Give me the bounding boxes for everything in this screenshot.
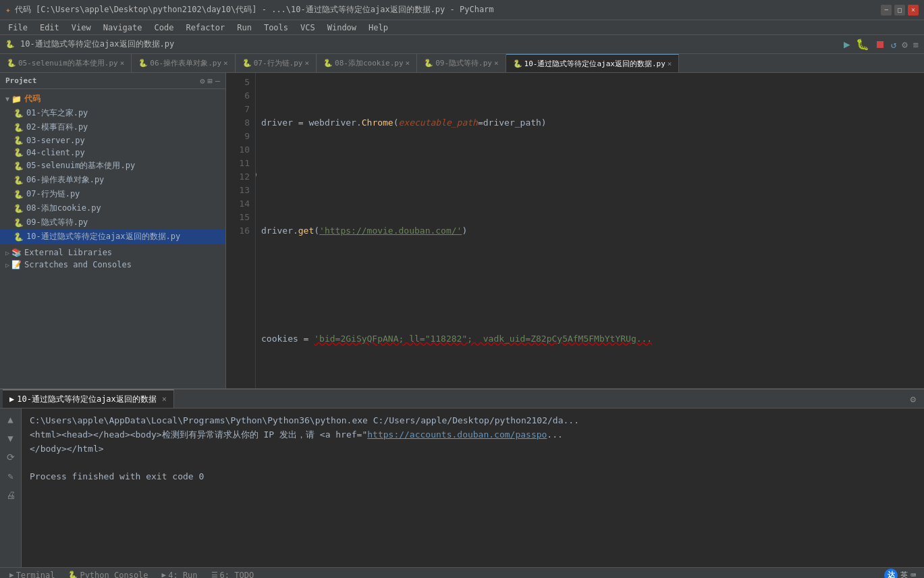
code-area[interactable]: 5 6 7 8 9 10 11 12 13 14 15 16 driver = … xyxy=(226,73,924,388)
menu-item-navigate[interactable]: Navigate xyxy=(98,22,148,34)
todo-icon: ☰ xyxy=(211,571,218,578)
run-tab-close[interactable]: × xyxy=(162,394,167,404)
file-tab-1[interactable]: 🐍06-操作表单对象.py× xyxy=(132,54,235,72)
close-button[interactable]: × xyxy=(908,5,919,16)
tab-close-icon[interactable]: × xyxy=(120,59,125,68)
run-tab[interactable]: ▶ 10-通过隐式等待定位ajax返回的数据 × xyxy=(3,390,174,408)
code-content[interactable]: driver = webdriver. Chrome ( executable_… xyxy=(256,73,924,388)
tab-close-icon[interactable]: × xyxy=(668,59,672,68)
sidebar-item-09[interactable]: 🐍 09-隐式等待.py xyxy=(0,215,225,230)
file-tab-4[interactable]: 🐍09-隐式等待.py× xyxy=(417,54,506,72)
menu-item-help[interactable]: Help xyxy=(363,22,393,34)
sidebar-item-label-08: 08-添加cookie.py xyxy=(26,203,101,214)
file-tab-5[interactable]: 🐍10-通过隐式等待定位ajax返回的数据.py× xyxy=(506,54,680,72)
run-side-btn-4[interactable]: ✎ xyxy=(3,468,19,484)
sidebar-content[interactable]: ▼ 📁 代码 🐍 01-汽车之家.py 🐍 02-模事百科.py 🐍 03-se… xyxy=(0,89,225,388)
sidebar-expand-icon[interactable]: ⊞ xyxy=(208,76,213,86)
sidebar-item-03[interactable]: 🐍 03-server.py xyxy=(0,134,225,147)
debug-button[interactable]: 🐛 xyxy=(856,38,869,51)
line-num-9: 9 xyxy=(229,130,250,143)
line-num-7: 7 xyxy=(229,103,250,116)
py-icon: 🐍 xyxy=(424,59,433,68)
toolbar-extra-btn[interactable]: ≡ xyxy=(913,39,919,50)
sidebar-collapse-icon[interactable]: — xyxy=(215,76,220,86)
sidebar-root-item[interactable]: ▼ 📁 代码 xyxy=(0,92,225,106)
file-tab-0[interactable]: 🐍05-selenuim的基本使用.py× xyxy=(0,54,132,72)
menu-item-edit[interactable]: Edit xyxy=(34,22,65,34)
terminal-tab[interactable]: ▶ Terminal xyxy=(3,568,61,578)
run-footer-tab[interactable]: ▶ 4: Run xyxy=(155,568,205,578)
window-controls[interactable]: − □ × xyxy=(881,5,919,16)
sidebar-item-04[interactable]: 🐍 04-client.py xyxy=(0,147,225,159)
sidebar-item-06[interactable]: 🐍 06-操作表单对象.py xyxy=(0,173,225,187)
sidebar-item-label-02: 02-模事百科.py xyxy=(26,122,88,133)
scroll-up-button[interactable]: ▲ xyxy=(3,411,19,427)
py-file-icon: 🐍 xyxy=(13,161,24,171)
file-tab-3[interactable]: 🐍08-添加cookie.py× xyxy=(317,54,417,72)
run-tab-label: 10-通过隐式等待定位ajax返回的数据 xyxy=(17,394,157,405)
output-line-1: C:\Users\apple\AppData\Local\Programs\Py… xyxy=(30,414,916,428)
sidebar-item-05[interactable]: 🐍 05-selenuim的基本使用.py xyxy=(0,159,225,173)
stop-button[interactable]: ⏹ xyxy=(875,38,886,51)
sidebar-scratches[interactable]: ▷ 📝 Scratches and Consoles xyxy=(0,259,225,271)
sidebar-item-01[interactable]: 🐍 01-汽车之家.py xyxy=(0,106,225,120)
tab-close-icon[interactable]: × xyxy=(494,59,499,68)
py-file-icon: 🐍 xyxy=(13,218,24,228)
expand-icon: ▼ xyxy=(5,95,9,103)
file-tab-label: 07-行为链.py xyxy=(254,58,303,68)
douban-link[interactable]: https://accounts.douban.com/passpo xyxy=(367,429,547,440)
file-tab-label: 09-隐式等待.py xyxy=(435,58,492,68)
settings-gear-icon[interactable]: ⚙ xyxy=(911,394,916,404)
minimize-button[interactable]: − xyxy=(881,5,892,16)
menu-item-file[interactable]: File xyxy=(3,22,33,34)
tab-close-icon[interactable]: × xyxy=(304,59,309,68)
sidebar-external-libraries[interactable]: ▷ 📚 External Libraries xyxy=(0,246,225,259)
file-tab-2[interactable]: 🐍07-行为链.py× xyxy=(236,54,317,72)
tab-close-icon[interactable]: × xyxy=(223,59,228,68)
keyboard-icon: ⌨ xyxy=(911,570,916,578)
sidebar-item-label-10: 10-通过隐式等待定位ajax返回的数据.py xyxy=(26,231,180,242)
file-tab-label: 10-通过隐式等待定位ajax返回的数据.py xyxy=(524,59,665,69)
line-num-6: 6 xyxy=(229,89,250,103)
line-num-13: 13 xyxy=(229,184,250,197)
settings-button[interactable]: ⚙ xyxy=(902,39,907,50)
todo-tab[interactable]: ☰ 6: TODO xyxy=(205,568,261,578)
bottom-panel: ▶ 10-通过隐式等待定位ajax返回的数据 × ⚙ ▲ ▼ ⟳ ✎ 🖨 C:\… xyxy=(0,388,924,567)
sidebar-item-02[interactable]: 🐍 02-模事百科.py xyxy=(0,120,225,134)
python-console-tab[interactable]: 🐍 Python Console xyxy=(61,568,155,578)
run-side-btn-print[interactable]: 🖨 xyxy=(3,487,19,503)
folder-icon: 📁 xyxy=(11,95,22,104)
code-line-10: cookies_list = cookies. split ( ';' ) xyxy=(261,386,919,388)
sidebar-item-07[interactable]: 🐍 07-行为链.py xyxy=(0,187,225,201)
scroll-down-button[interactable]: ▼ xyxy=(3,430,19,446)
py-file-icon: 🐍 xyxy=(13,232,24,242)
sidebar-item-08[interactable]: 🐍 08-添加cookie.py xyxy=(0,201,225,215)
line-num-15: 15 xyxy=(229,211,250,224)
output-line-process: Process finished with exit code 0 xyxy=(30,470,916,484)
sidebar-item-label-09: 09-隐式等待.py xyxy=(26,217,88,228)
tab-close-icon[interactable]: × xyxy=(406,59,410,68)
menu-item-vcs[interactable]: VCS xyxy=(295,22,321,34)
sidebar-item-10[interactable]: 🐍 10-通过隐式等待定位ajax返回的数据.py xyxy=(0,230,225,244)
terminal-label: Terminal xyxy=(16,571,55,579)
run-icon: ▶ xyxy=(162,571,167,578)
python-icon: 🐍 xyxy=(68,571,78,578)
menu-item-window[interactable]: Window xyxy=(322,22,362,34)
window-title: 代码 [C:\Users\apple\Desktop\python2102\da… xyxy=(15,4,494,16)
maximize-button[interactable]: □ xyxy=(894,5,905,16)
menu-item-code[interactable]: Code xyxy=(149,22,180,34)
rerun-button[interactable]: ↺ xyxy=(891,39,896,50)
run-button[interactable]: ▶ xyxy=(844,38,850,51)
py-icon: 🐍 xyxy=(242,59,252,68)
output-line-3: </body></html> xyxy=(30,442,916,456)
menu-item-refactor[interactable]: Refactor xyxy=(180,22,230,34)
run-side-btn-3[interactable]: ⟳ xyxy=(3,449,19,465)
sidebar-header-icons[interactable]: ⚙ ⊞ — xyxy=(200,76,220,86)
menu-item-run[interactable]: Run xyxy=(232,22,257,34)
menu-item-tools[interactable]: Tools xyxy=(259,22,294,34)
sidebar-item-label-03: 03-server.py xyxy=(26,136,85,145)
run-output: C:\Users\apple\AppData\Local\Programs\Py… xyxy=(22,409,924,567)
sidebar-settings-icon[interactable]: ⚙ xyxy=(200,76,205,86)
sidebar-item-label-07: 07-行为链.py xyxy=(26,188,80,200)
menu-item-view[interactable]: View xyxy=(66,22,97,34)
